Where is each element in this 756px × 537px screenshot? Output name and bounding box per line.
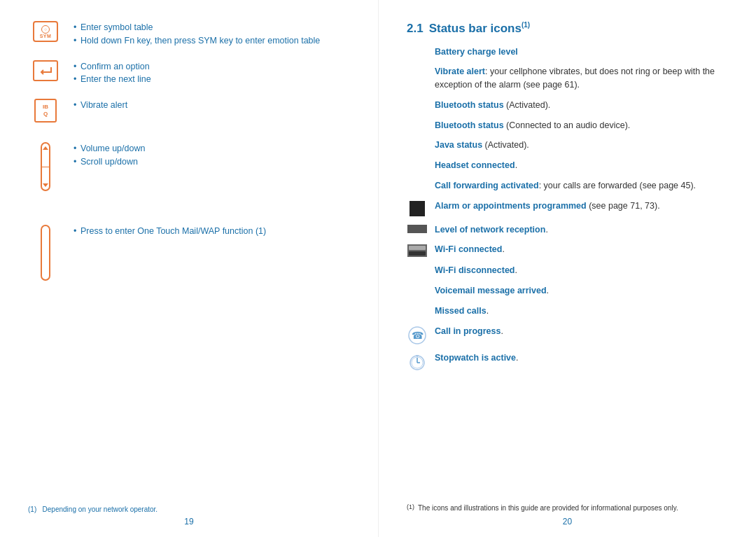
wifi-disconnected-bold: Wi-Fi disconnected [435,265,514,275]
right-page: 2.1 Status bar icons(1) Battery charge l… [378,0,756,537]
java-item: Java status (Activated). [407,139,728,152]
alarm-icon [407,200,428,216]
vibrate-text: Vibrate alert: your cellphone vibrates, … [435,65,728,92]
enter-key-section: Confirm an option Enter the next line [28,60,350,87]
vol-divider [42,167,49,167]
bt-connected-item: Bluetooth status (Connected to an audio … [407,119,728,132]
stopwatch-item: Stopwatch is active. [407,351,728,371]
callforward-normal: : your calls are forwarded (see page 45)… [539,181,696,190]
alarm-item: Alarm or appointments programmed (see pa… [407,200,728,216]
svg-text:☎: ☎ [412,330,424,341]
left-page-number: 19 [28,517,350,526]
svg-rect-2 [409,251,426,256]
wifi-connected-text: Wi-Fi connected. [435,243,728,256]
call-progress-icon: ☎ [407,325,428,344]
call-icon: ☎ [408,326,426,344]
headset-item: Headset connected. [407,159,728,172]
onetouch-key-icon [28,225,63,281]
battery-bold: Battery charge level [435,47,518,57]
left-footnote-num: (1) [28,505,36,513]
stopwatch-text: Stopwatch is active. [435,351,728,365]
network-normal: . [545,225,547,235]
voicemail-text: Voicemail message arrived. [435,284,728,298]
left-page: ○ SYM Enter symbol table Hold down Fn ke… [0,0,378,537]
right-footer: (1) The icons and illustrations in this … [379,503,756,526]
headset-text: Headset connected. [435,159,728,172]
ibq-top-label: IB [43,104,48,111]
list-item: Press to enter One Touch Mail/WAP functi… [74,225,350,238]
onetouch-key-section: Press to enter One Touch Mail/WAP functi… [28,225,350,281]
sym-circle: ○ [41,25,50,34]
bt-activated-bold: Bluetooth status [435,100,504,110]
missed-calls-normal: . [486,306,489,316]
voicemail-item: Voicemail message arrived. [407,284,728,298]
callforward-text: Call forwarding activated: your calls ar… [435,179,728,193]
bt-activated-item: Bluetooth status (Activated). [407,99,728,112]
vibrate-item: Vibrate alert: your cellphone vibrates, … [407,65,728,92]
list-item: Enter symbol table [74,21,350,34]
onetouch-description: Press to enter One Touch Mail/WAP functi… [74,225,350,238]
stopwatch-normal: . [516,353,518,363]
alarm-bold: Alarm or appointments programmed [435,201,587,211]
voicemail-bold: Voicemail message arrived [435,286,547,295]
right-page-number: 20 [407,517,728,526]
arrow-up-icon [43,146,48,150]
bt-activated-text: Bluetooth status (Activated). [435,99,728,112]
call-progress-item: ☎ Call in progress. [407,325,728,344]
enter-arrow-icon [38,65,52,76]
bt-connected-normal: (Connected to an audio device). [504,120,631,130]
right-footnote: (1) The icons and illustrations in this … [407,503,728,513]
java-bold: Java status [435,140,482,150]
stopwatch-icon [407,351,428,371]
sym-key-icon: ○ SYM [28,21,63,42]
arrow-down-icon [43,183,48,187]
sym-description: Enter symbol table Hold down Fn key, the… [74,21,350,48]
callforward-bold: Call forwarding activated [435,181,539,190]
callforward-item: Call forwarding activated: your calls ar… [407,179,728,193]
headset-normal: . [515,160,517,170]
left-footnote-text: Depending on your network operator. [43,505,158,513]
network-icon [407,223,428,233]
bt-activated-normal: (Activated). [504,100,551,110]
java-normal: (Activated). [482,140,529,150]
sym-key-section: ○ SYM Enter symbol table Hold down Fn ke… [28,21,350,48]
battery-text: Battery charge level [435,46,728,59]
vol-key-section: Volume up/down Scroll up/down [28,142,350,191]
ibq-description: Vibrate alert [74,99,350,112]
wifi-connected-item: Wi-Fi connected. [407,243,728,257]
section-title-sup: (1) [522,21,530,29]
stopwatch-svg-icon [408,353,426,371]
call-progress-text: Call in progress. [435,325,728,338]
list-item: Vibrate alert [74,99,350,112]
alarm-text: Alarm or appointments programmed (see pa… [435,200,728,213]
list-item: Enter the next line [74,73,350,86]
enter-description: Confirm an option Enter the next line [74,60,350,87]
ibq-bottom-label: Q [43,111,48,118]
vol-key-icon [28,142,63,191]
wifi-connected-icon [407,243,428,257]
section-number: 2.1 [407,22,424,36]
wifi-disconnected-text: Wi-Fi disconnected. [435,264,728,277]
call-progress-normal: . [500,326,503,336]
list-item: Confirm an option [74,60,350,74]
wifi-connected-normal: . [502,244,504,254]
wifi-icon [407,244,427,257]
bt-connected-text: Bluetooth status (Connected to an audio … [435,119,728,132]
voicemail-normal: . [547,286,549,295]
headset-bold: Headset connected [435,160,515,170]
svg-rect-1 [409,246,426,250]
vibrate-bold: Vibrate alert [435,67,485,76]
call-progress-bold: Call in progress [435,326,500,336]
black-square-icon [410,201,425,216]
list-item: Hold down Fn key, then press SYM key to … [74,34,350,48]
section-title-text: Status bar icons [429,22,522,35]
bt-connected-bold: Bluetooth status [435,120,504,130]
ibq-key-section: IB Q Vibrate alert [28,99,350,123]
left-footer: (1) Depending on your network operator. … [0,505,378,526]
wifi-disconnected-normal: . [514,265,517,275]
stopwatch-bold: Stopwatch is active [435,353,516,363]
right-footnote-num: (1) [407,503,414,510]
list-item: Volume up/down [74,142,350,155]
network-text: Level of network reception. [435,223,728,237]
wifi-disconnected-item: Wi-Fi disconnected. [407,264,728,277]
